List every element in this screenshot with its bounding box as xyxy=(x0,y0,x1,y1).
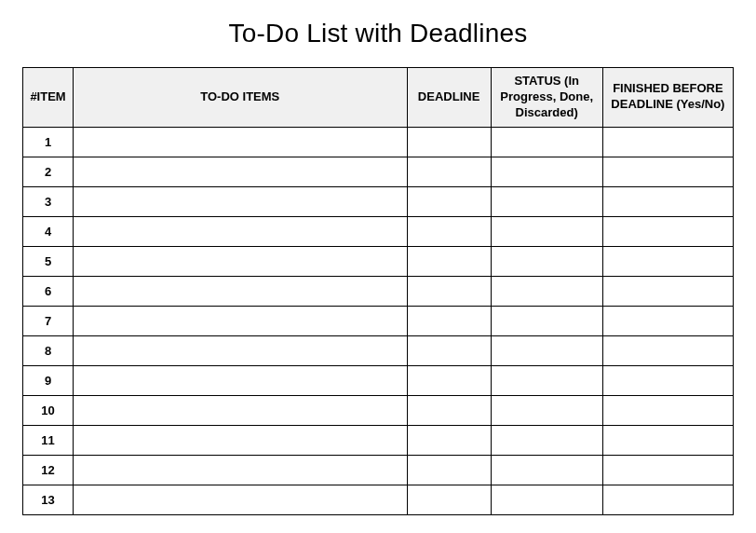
table-row: 11 xyxy=(23,425,734,455)
table-row: 13 xyxy=(23,485,734,514)
cell-todo xyxy=(74,485,407,514)
cell-num: 6 xyxy=(23,276,74,306)
header-todo: TO-DO ITEMS xyxy=(74,68,407,128)
cell-todo xyxy=(74,395,407,425)
cell-finished xyxy=(602,276,733,306)
table-row: 7 xyxy=(23,306,734,335)
cell-deadline xyxy=(407,276,491,306)
page-title: To-Do List with Deadlines xyxy=(22,19,734,48)
table-row: 10 xyxy=(23,395,734,425)
table-header-row: #ITEM TO-DO ITEMS DEADLINE STATUS (In Pr… xyxy=(23,68,734,128)
cell-status xyxy=(491,186,602,216)
cell-num: 2 xyxy=(23,157,74,186)
cell-finished xyxy=(602,425,733,455)
cell-status xyxy=(491,246,602,276)
cell-finished xyxy=(602,335,733,365)
cell-todo xyxy=(74,276,407,306)
cell-finished xyxy=(602,157,733,186)
cell-deadline xyxy=(407,365,491,395)
cell-todo xyxy=(74,306,407,335)
cell-status xyxy=(491,485,602,514)
header-finished: FINISHED BEFORE DEADLINE (Yes/No) xyxy=(602,68,733,128)
cell-deadline xyxy=(407,395,491,425)
cell-status xyxy=(491,335,602,365)
cell-todo xyxy=(74,425,407,455)
cell-num: 11 xyxy=(23,425,74,455)
cell-todo xyxy=(74,335,407,365)
table-row: 9 xyxy=(23,365,734,395)
table-row: 1 xyxy=(23,127,734,157)
cell-deadline xyxy=(407,485,491,514)
cell-deadline xyxy=(407,246,491,276)
cell-num: 5 xyxy=(23,246,74,276)
cell-num: 12 xyxy=(23,455,74,485)
cell-finished xyxy=(602,216,733,246)
cell-status xyxy=(491,157,602,186)
cell-num: 3 xyxy=(23,186,74,216)
cell-num: 7 xyxy=(23,306,74,335)
table-row: 6 xyxy=(23,276,734,306)
cell-status xyxy=(491,395,602,425)
table-row: 5 xyxy=(23,246,734,276)
cell-finished xyxy=(602,455,733,485)
cell-status xyxy=(491,306,602,335)
cell-todo xyxy=(74,157,407,186)
cell-deadline xyxy=(407,127,491,157)
cell-num: 4 xyxy=(23,216,74,246)
cell-finished xyxy=(602,246,733,276)
cell-todo xyxy=(74,365,407,395)
cell-num: 8 xyxy=(23,335,74,365)
cell-num: 10 xyxy=(23,395,74,425)
cell-num: 13 xyxy=(23,485,74,514)
cell-status xyxy=(491,425,602,455)
header-deadline: DEADLINE xyxy=(407,68,491,128)
table-row: 2 xyxy=(23,157,734,186)
cell-status xyxy=(491,455,602,485)
header-item: #ITEM xyxy=(23,68,74,128)
cell-num: 9 xyxy=(23,365,74,395)
table-body: 1 2 3 4 xyxy=(23,127,734,514)
cell-deadline xyxy=(407,216,491,246)
page-container: To-Do List with Deadlines #ITEM TO-DO IT… xyxy=(0,0,756,515)
cell-todo xyxy=(74,216,407,246)
cell-deadline xyxy=(407,186,491,216)
cell-finished xyxy=(602,485,733,514)
cell-status xyxy=(491,127,602,157)
cell-deadline xyxy=(407,306,491,335)
header-status: STATUS (In Progress, Done, Discarded) xyxy=(491,68,602,128)
table-row: 12 xyxy=(23,455,734,485)
cell-status xyxy=(491,216,602,246)
cell-deadline xyxy=(407,157,491,186)
cell-num: 1 xyxy=(23,127,74,157)
table-row: 3 xyxy=(23,186,734,216)
cell-finished xyxy=(602,186,733,216)
cell-deadline xyxy=(407,335,491,365)
cell-deadline xyxy=(407,425,491,455)
todo-table: #ITEM TO-DO ITEMS DEADLINE STATUS (In Pr… xyxy=(22,67,734,515)
cell-todo xyxy=(74,127,407,157)
table-row: 4 xyxy=(23,216,734,246)
cell-status xyxy=(491,276,602,306)
cell-finished xyxy=(602,365,733,395)
cell-finished xyxy=(602,395,733,425)
table-row: 8 xyxy=(23,335,734,365)
cell-status xyxy=(491,365,602,395)
cell-todo xyxy=(74,186,407,216)
cell-finished xyxy=(602,306,733,335)
cell-todo xyxy=(74,455,407,485)
cell-deadline xyxy=(407,455,491,485)
cell-todo xyxy=(74,246,407,276)
cell-finished xyxy=(602,127,733,157)
